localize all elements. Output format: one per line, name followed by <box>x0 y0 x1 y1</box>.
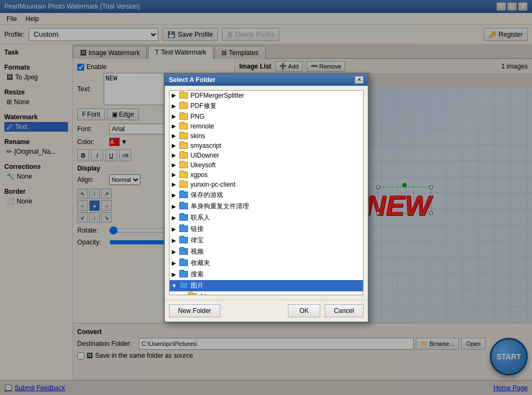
tree-item[interactable]: ▶视频 <box>170 246 363 257</box>
dialog-close-button[interactable]: ✕ <box>355 76 363 84</box>
dialog-title-bar: Select A Folder ✕ <box>165 74 368 86</box>
folder-icon <box>179 162 188 168</box>
folder-name: .lrt <box>199 292 206 295</box>
folder-name: skins <box>191 132 205 140</box>
tree-item[interactable]: ▶搜索 <box>170 269 363 280</box>
select-folder-dialog: Select A Folder ✕ ▶PDFMergerSplitter▶PDF… <box>164 73 369 323</box>
tree-arrow: ▶ <box>172 142 178 148</box>
folder-name: PNG <box>191 113 205 120</box>
tree-arrow: ▶ <box>172 215 178 221</box>
folder-icon <box>179 152 188 159</box>
folder-tree[interactable]: ▶PDFMergerSplitter▶PDF修复▶PNG▶remnote▶ski… <box>169 90 363 295</box>
tree-arrow: ▶ <box>172 113 178 119</box>
tree-arrow: ▶ <box>172 123 178 129</box>
folder-icon <box>179 214 188 221</box>
folder-icon <box>179 248 188 255</box>
tree-item[interactable]: ▶保存的游戏 <box>170 189 363 201</box>
folder-icon <box>179 113 188 120</box>
folder-icon <box>179 282 188 289</box>
tree-arrow: ▶ <box>172 92 178 98</box>
folder-name: 搜索 <box>191 270 204 279</box>
dialog-content: ▶PDFMergerSplitter▶PDF修复▶PNG▶remnote▶ski… <box>165 86 368 299</box>
folder-icon <box>179 271 188 277</box>
tree-arrow: ▶ <box>172 162 178 168</box>
tree-arrow: ▶ <box>172 103 178 109</box>
folder-name: UIDowner <box>191 152 219 159</box>
new-folder-button[interactable]: New Folder <box>169 304 220 317</box>
tree-arrow: ▶ <box>172 172 178 178</box>
tree-item[interactable]: ▶联系人 <box>170 212 363 223</box>
tree-item[interactable]: ▶PNG <box>170 112 363 121</box>
tree-arrow: ▶ <box>172 260 178 266</box>
tree-arrow: ▶ <box>172 249 178 255</box>
tree-item[interactable]: ▶skins <box>170 131 363 141</box>
tree-arrow: ▶ <box>172 237 178 243</box>
dialog-title-text: Select A Folder <box>169 76 216 84</box>
folder-icon <box>179 181 188 188</box>
tree-item[interactable]: ▶UIDowner <box>170 151 363 160</box>
folder-icon <box>179 123 188 130</box>
tree-arrow: ▶ <box>172 203 178 209</box>
folder-name: 联系人 <box>191 213 210 222</box>
tree-arrow: ▶ <box>172 192 178 198</box>
dialog-overlay: Select A Folder ✕ ▶PDFMergerSplitter▶PDF… <box>0 0 532 395</box>
tree-arrow: ▶ <box>172 181 178 187</box>
folder-icon <box>188 293 197 295</box>
dialog-buttons: New Folder OK Cancel <box>165 299 368 322</box>
folder-icon <box>179 192 188 198</box>
folder-name: 保存的游戏 <box>191 190 223 200</box>
tree-arrow: ▶ <box>172 152 178 158</box>
folder-name: 图片 <box>191 281 204 290</box>
folder-icon <box>179 133 188 139</box>
folder-name: Ukeysoft <box>191 161 216 169</box>
folder-icon <box>179 92 188 99</box>
folder-name: 单身狗重复文件清理 <box>191 202 249 211</box>
tree-item[interactable]: ▶PDF修复 <box>170 100 363 112</box>
folder-name: 链接 <box>191 224 204 234</box>
ok-button[interactable]: OK <box>288 304 320 317</box>
folder-name: smyascript <box>191 142 221 149</box>
folder-name: remnote <box>191 122 214 130</box>
folder-icon <box>179 237 188 243</box>
tree-arrow: ▶ <box>172 133 178 139</box>
tree-item[interactable]: ▶链接 <box>170 223 363 235</box>
folder-icon <box>179 226 188 232</box>
tree-item[interactable]: ▶单身狗重复文件清理 <box>170 201 363 212</box>
tree-arrow: ▶ <box>172 271 178 277</box>
folder-name: yunxin-pc-client <box>191 181 235 188</box>
tree-item[interactable]: ▶remnote <box>170 121 363 131</box>
folder-name: xgpos <box>191 171 208 179</box>
cancel-button[interactable]: Cancel <box>325 304 363 317</box>
tree-item[interactable]: ▶律宝 <box>170 235 363 246</box>
tree-item[interactable]: ▶smyascript <box>170 141 363 151</box>
tree-item[interactable]: ▶收藏夹 <box>170 257 363 269</box>
tree-arrow: ▶ <box>180 293 187 295</box>
folder-icon <box>179 203 188 209</box>
tree-arrow: ▼ <box>172 283 178 289</box>
folder-name: 律宝 <box>191 236 204 245</box>
tree-arrow: ▶ <box>172 226 178 232</box>
tree-item[interactable]: ▶PDFMergerSplitter <box>170 91 363 100</box>
folder-name: 视频 <box>191 247 204 256</box>
tree-item[interactable]: ▶yunxin-pc-client <box>170 180 363 189</box>
folder-icon <box>179 142 188 149</box>
folder-icon <box>179 103 188 109</box>
tree-item[interactable]: ▶.lrt <box>170 291 363 295</box>
folder-name: PDFMergerSplitter <box>191 92 244 99</box>
folder-name: 收藏夹 <box>191 258 210 268</box>
folder-icon <box>179 260 188 266</box>
tree-item[interactable]: ▶xgpos <box>170 170 363 180</box>
tree-item[interactable]: ▼图片 <box>170 280 363 291</box>
tree-item[interactable]: ▶Ukeysoft <box>170 160 363 170</box>
folder-name: PDF修复 <box>191 101 217 111</box>
folder-icon <box>179 172 188 178</box>
